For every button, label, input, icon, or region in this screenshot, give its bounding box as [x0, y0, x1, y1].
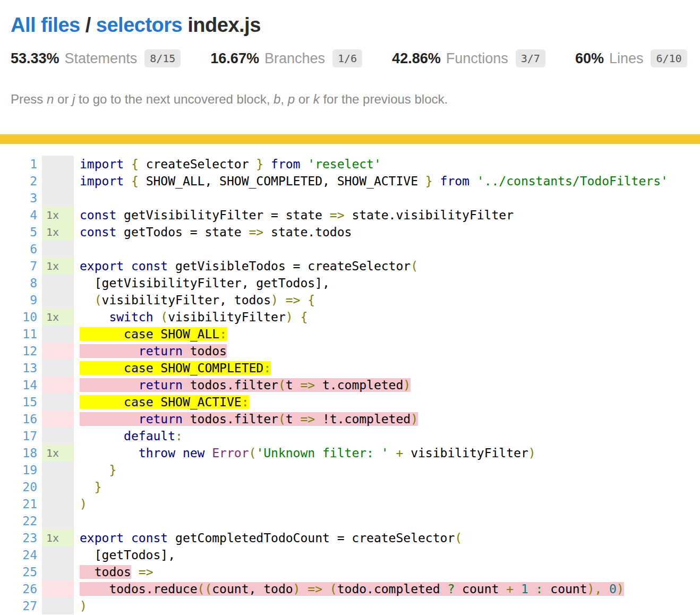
- code-line-row: 11 case SHOW_ALL:: [0, 326, 700, 343]
- code-segment: visibilityFilter, todos: [102, 293, 271, 307]
- breadcrumb-link-all-files[interactable]: All files: [11, 14, 80, 36]
- uncovered-code-segment: todos.filter: [190, 412, 278, 426]
- line-number[interactable]: 12: [0, 343, 37, 360]
- uncovered-code-segment: 1: [521, 582, 536, 596]
- line-number[interactable]: 3: [0, 190, 37, 207]
- code-line-row: 3: [0, 190, 700, 207]
- uncovered-code-segment: case: [124, 327, 160, 341]
- line-number[interactable]: 2: [0, 173, 37, 190]
- uncovered-code-segment: ) => (: [293, 582, 337, 596]
- code-line: [getVisibilityFilter, getTodos],: [80, 275, 330, 292]
- uncovered-code-segment: :: [242, 395, 249, 409]
- line-number[interactable]: 15: [0, 394, 37, 411]
- line-number[interactable]: 19: [0, 462, 37, 479]
- line-number[interactable]: 10: [0, 309, 37, 326]
- uncovered-code-segment: ): [411, 412, 418, 426]
- line-number[interactable]: 18: [0, 445, 37, 462]
- code-segment: {: [131, 174, 146, 188]
- code-line-row: 27): [0, 597, 700, 614]
- code-line: import { createSelector } from 'reselect…: [80, 156, 381, 173]
- code-line-row: 2import { SHOW_ALL, SHOW_COMPLETED, SHOW…: [0, 173, 700, 190]
- line-number[interactable]: 7: [0, 258, 37, 275]
- hit-count: [42, 496, 74, 512]
- code-line: import { SHOW_ALL, SHOW_COMPLETED, SHOW_…: [80, 173, 668, 190]
- code-segment: visibilityFilter: [168, 310, 286, 324]
- keyboard-key: p: [288, 92, 295, 106]
- code-line-row: 22: [0, 512, 700, 529]
- code-segment: export: [80, 531, 131, 545]
- line-number[interactable]: 14: [0, 377, 37, 394]
- code-segment: =>: [330, 208, 352, 222]
- uncovered-code-segment: return: [139, 378, 190, 392]
- uncovered-code-segment: t.completed: [322, 378, 403, 392]
- uncovered-code-segment: ?: [447, 582, 462, 596]
- code-line: export const getCompletedTodoCount = cre…: [80, 529, 462, 546]
- metric-lines: 60% Lines 6/10: [575, 49, 687, 67]
- code-line-row: 6: [0, 241, 700, 258]
- code-segment: (: [411, 259, 418, 273]
- line-number[interactable]: 11: [0, 326, 37, 343]
- line-number[interactable]: 20: [0, 479, 37, 496]
- hit-count: [42, 563, 74, 580]
- uncovered-code-segment: todos.reduce: [109, 582, 197, 596]
- line-number[interactable]: 25: [0, 563, 37, 580]
- code-segment: ): [271, 293, 286, 307]
- line-number[interactable]: 22: [0, 512, 37, 529]
- code-segment: ): [80, 497, 87, 511]
- uncovered-code-segment: t: [286, 378, 301, 392]
- hit-count: [42, 411, 74, 428]
- code-line-row: 24 [getTodos],: [0, 546, 700, 563]
- breadcrumb: All files / selectors index.js: [11, 14, 700, 37]
- uncovered-code-segment: SHOW_ACTIVE: [160, 395, 241, 409]
- breadcrumb-link-selectors[interactable]: selectors: [96, 14, 182, 36]
- line-number[interactable]: 1: [0, 156, 37, 173]
- uncovered-code-segment: [80, 378, 139, 392]
- uncovered-code-segment: ): [403, 378, 411, 392]
- code-line: [getTodos],: [80, 546, 175, 563]
- code-segment: const: [131, 259, 175, 273]
- uncovered-code-segment: todos: [190, 344, 227, 358]
- line-number[interactable]: 27: [0, 597, 37, 614]
- code-segment: import: [80, 174, 131, 188]
- code-segment: =>: [249, 225, 271, 239]
- hit-count: [42, 546, 74, 563]
- line-number[interactable]: 5: [0, 224, 37, 241]
- code-line-row: 16 return todos.filter(t => !t.completed…: [0, 411, 700, 428]
- code-line: case SHOW_COMPLETED:: [80, 360, 271, 377]
- line-number[interactable]: 21: [0, 496, 37, 512]
- code-segment: }: [95, 480, 102, 494]
- code-segment: 'reselect': [308, 157, 381, 171]
- code-segment: state.todos: [271, 225, 352, 239]
- line-number[interactable]: 4: [0, 207, 37, 224]
- code-line-row: 1import { createSelector } from 'reselec…: [0, 156, 700, 173]
- statements-percent: 53.33%: [11, 50, 59, 67]
- code-segment: const: [131, 531, 175, 545]
- code-line-row: 20 }: [0, 479, 700, 496]
- code-segment: ): [80, 599, 87, 613]
- code-segment: [getVisibilityFilter, getTodos],: [80, 276, 330, 290]
- code-segment: {: [131, 157, 146, 171]
- line-number[interactable]: 13: [0, 360, 37, 377]
- line-number[interactable]: 8: [0, 275, 37, 292]
- line-number[interactable]: 26: [0, 580, 37, 597]
- line-number[interactable]: 24: [0, 546, 37, 563]
- line-number[interactable]: 9: [0, 292, 37, 309]
- uncovered-code-segment: case: [124, 361, 160, 375]
- code-line: todos.reduce((count, todo) => (todo.comp…: [80, 580, 624, 597]
- hit-count: [42, 190, 74, 207]
- line-number[interactable]: 16: [0, 411, 37, 428]
- uncovered-code-segment: ),: [587, 582, 610, 596]
- line-number[interactable]: 6: [0, 241, 37, 258]
- code-segment: ): [528, 446, 536, 460]
- hit-count: 1x: [42, 309, 74, 326]
- code-line: ): [80, 496, 87, 512]
- line-number[interactable]: 17: [0, 428, 37, 445]
- code-line-row: 51xconst getTodos = state => state.todos: [0, 224, 700, 241]
- code-line: }: [80, 479, 102, 496]
- code-segment: }: [425, 174, 440, 188]
- line-number[interactable]: 23: [0, 529, 37, 546]
- hit-count: 1x: [42, 445, 74, 462]
- code-line-row: 41xconst getVisibilityFilter = state => …: [0, 207, 700, 224]
- hit-count: [42, 326, 74, 343]
- code-line: (visibilityFilter, todos) => {: [80, 292, 315, 309]
